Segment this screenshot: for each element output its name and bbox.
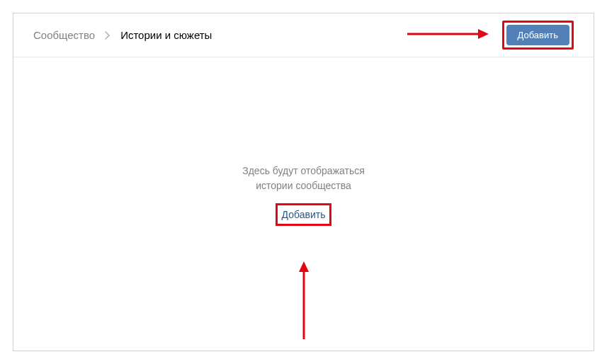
breadcrumb-parent-link[interactable]: Сообщество xyxy=(33,29,95,41)
annotation-arrow-right xyxy=(407,27,489,44)
add-button[interactable]: Добавить xyxy=(506,25,569,45)
page-frame: Сообщество Истории и сюжеты Добавить Зде… xyxy=(13,13,594,351)
empty-state-line2: истории сообщества xyxy=(242,178,365,193)
content-area: Здесь будут отображаться истории сообщес… xyxy=(13,57,594,351)
header-right: Добавить xyxy=(502,21,574,50)
header-bar: Сообщество Истории и сюжеты Добавить xyxy=(13,13,594,57)
breadcrumb-current: Истории и сюжеты xyxy=(120,29,212,41)
breadcrumb: Сообщество Истории и сюжеты xyxy=(33,29,212,41)
chevron-right-icon xyxy=(105,31,110,40)
annotation-arrow-up xyxy=(297,261,311,342)
svg-marker-1 xyxy=(478,29,489,39)
annotation-highlight-add-button: Добавить xyxy=(502,21,574,50)
add-link[interactable]: Добавить xyxy=(282,209,326,220)
svg-marker-2 xyxy=(299,261,309,272)
empty-state-text: Здесь будут отображаться истории сообщес… xyxy=(242,164,365,193)
annotation-highlight-add-link: Добавить xyxy=(276,203,332,226)
empty-state-line1: Здесь будут отображаться xyxy=(242,164,365,178)
